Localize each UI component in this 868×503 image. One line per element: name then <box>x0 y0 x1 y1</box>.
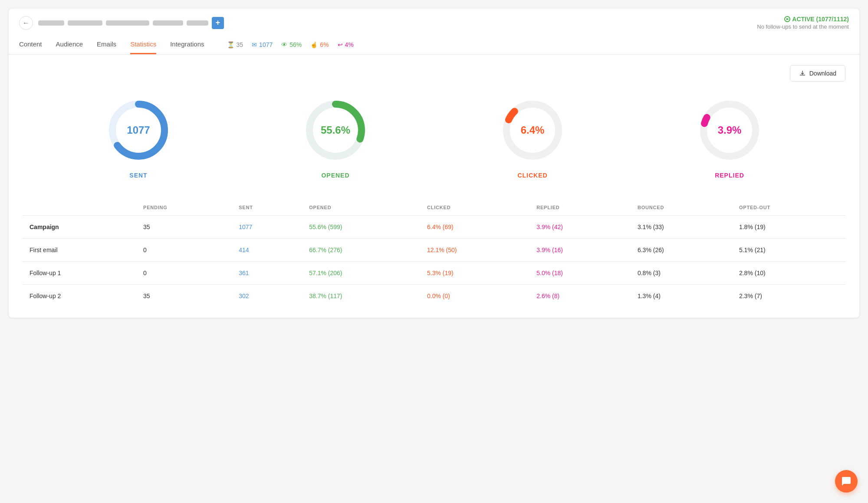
cell-clicked: 5.3% (19) <box>420 262 529 285</box>
cell-replied: 2.6% (8) <box>529 285 631 308</box>
main-content: Download 1077 SENT <box>9 55 859 318</box>
replied-value: 4% <box>345 41 354 48</box>
chart-replied: 3.9% REPLIED <box>695 95 764 179</box>
chart-replied-label: REPLIED <box>715 172 744 179</box>
cell-opened: 55.6% (599) <box>302 216 420 239</box>
back-button[interactable]: ← <box>19 16 33 30</box>
cell-sent: 1077 <box>232 216 302 239</box>
download-button[interactable]: Download <box>790 65 845 82</box>
chart-clicked-label: CLICKED <box>517 172 547 179</box>
table-row: Follow-up 1 0 361 57.1% (206) 5.3% (19) … <box>23 262 845 285</box>
cell-replied: 3.9% (42) <box>529 216 631 239</box>
donut-sent: 1077 <box>104 95 173 165</box>
opened-icon: 👁 <box>281 41 287 48</box>
col-header-name <box>23 200 136 216</box>
title-blur-4 <box>153 20 183 26</box>
active-status: ACTIVE (1077/1112) <box>757 16 849 23</box>
pending-value: 35 <box>237 41 243 48</box>
tab-audience[interactable]: Audience <box>56 35 83 54</box>
title-blur-1 <box>38 20 64 26</box>
col-header-pending: PENDING <box>136 200 232 216</box>
cell-sent: 414 <box>232 239 302 262</box>
cell-optedout: 2.8% (10) <box>732 262 845 285</box>
cell-pending: 0 <box>136 262 232 285</box>
sent-icon: ✉ <box>252 41 257 48</box>
cell-label: Campaign <box>23 216 136 239</box>
col-header-bounced: BOUNCED <box>631 200 732 216</box>
col-header-sent: SENT <box>232 200 302 216</box>
cell-label: Follow-up 1 <box>23 262 136 285</box>
cell-replied: 3.9% (16) <box>529 239 631 262</box>
opened-value: 56% <box>289 41 302 48</box>
clicked-icon: ☝ <box>310 41 318 48</box>
back-icon: ← <box>23 19 30 27</box>
cell-replied: 5.0% (18) <box>529 262 631 285</box>
nav-tabs: Content Audience Emails Statistics Integ… <box>19 35 849 54</box>
title-blur-5 <box>187 20 208 26</box>
download-icon <box>799 70 806 77</box>
tab-emails[interactable]: Emails <box>97 35 116 54</box>
table-row: Campaign 35 1077 55.6% (599) 6.4% (69) 3… <box>23 216 845 239</box>
nav-stat-pending: ⏳ 35 <box>227 41 243 48</box>
chart-sent-label: SENT <box>129 172 147 179</box>
title-blur-3 <box>106 20 149 26</box>
header: ← + ACTIVE (1077/1112) No follow-ups to … <box>9 9 859 55</box>
cell-label: First email <box>23 239 136 262</box>
nav-stat-sent: ✉ 1077 <box>252 41 273 48</box>
col-header-clicked: CLICKED <box>420 200 529 216</box>
header-right: ACTIVE (1077/1112) No follow-ups to send… <box>757 16 849 30</box>
col-header-replied: REPLIED <box>529 200 631 216</box>
stats-table: PENDING SENT OPENED CLICKED REPLIED BOUN… <box>23 200 845 307</box>
pending-icon: ⏳ <box>227 41 234 48</box>
tab-content[interactable]: Content <box>19 35 42 54</box>
active-dot-icon <box>784 16 790 22</box>
table-row: First email 0 414 66.7% (276) 12.1% (50)… <box>23 239 845 262</box>
table-header-row: PENDING SENT OPENED CLICKED REPLIED BOUN… <box>23 200 845 216</box>
cell-sent: 302 <box>232 285 302 308</box>
table-row: Follow-up 2 35 302 38.7% (117) 0.0% (0) … <box>23 285 845 308</box>
cell-clicked: 6.4% (69) <box>420 216 529 239</box>
title-blur-2 <box>68 20 102 26</box>
cell-sent: 361 <box>232 262 302 285</box>
cell-optedout: 1.8% (19) <box>732 216 845 239</box>
donut-clicked-value: 6.4% <box>521 124 545 136</box>
cell-bounced: 3.1% (33) <box>631 216 732 239</box>
cell-clicked: 12.1% (50) <box>420 239 529 262</box>
cell-pending: 0 <box>136 239 232 262</box>
cell-optedout: 2.3% (7) <box>732 285 845 308</box>
cell-opened: 57.1% (206) <box>302 262 420 285</box>
chart-opened-label: OPENED <box>321 172 349 179</box>
nav-stat-clicked: ☝ 6% <box>310 41 329 48</box>
donut-replied-value: 3.9% <box>718 124 742 136</box>
active-label: ACTIVE (1077/1112) <box>792 16 849 23</box>
chart-opened: 55.6% OPENED <box>301 95 370 179</box>
download-label: Download <box>809 70 836 77</box>
tab-statistics[interactable]: Statistics <box>130 35 156 54</box>
charts-row: 1077 SENT 55.6% OPENED <box>23 95 845 179</box>
chart-clicked: 6.4% CLICKED <box>498 95 567 179</box>
cell-pending: 35 <box>136 216 232 239</box>
cell-pending: 35 <box>136 285 232 308</box>
cell-label: Follow-up 2 <box>23 285 136 308</box>
app-container: ← + ACTIVE (1077/1112) No follow-ups to … <box>9 9 859 318</box>
tab-integrations[interactable]: Integrations <box>170 35 204 54</box>
cell-opened: 38.7% (117) <box>302 285 420 308</box>
donut-opened-value: 55.6% <box>321 124 350 136</box>
cell-opened: 66.7% (276) <box>302 239 420 262</box>
sent-value: 1077 <box>259 41 273 48</box>
chart-sent: 1077 SENT <box>104 95 173 179</box>
header-left: ← + <box>19 16 224 30</box>
nav-stat-replied: ↩ 4% <box>338 41 354 48</box>
header-top: ← + ACTIVE (1077/1112) No follow-ups to … <box>19 16 849 30</box>
campaign-title: + <box>38 17 224 29</box>
cell-optedout: 5.1% (21) <box>732 239 845 262</box>
no-followups-text: No follow-ups to send at the moment <box>757 23 849 30</box>
cell-bounced: 0.8% (3) <box>631 262 732 285</box>
clicked-value: 6% <box>320 41 329 48</box>
cell-bounced: 6.3% (26) <box>631 239 732 262</box>
cell-clicked: 0.0% (0) <box>420 285 529 308</box>
plus-icon: + <box>212 17 224 29</box>
replied-icon: ↩ <box>338 41 343 48</box>
cell-bounced: 1.3% (4) <box>631 285 732 308</box>
toolbar: Download <box>23 65 845 82</box>
